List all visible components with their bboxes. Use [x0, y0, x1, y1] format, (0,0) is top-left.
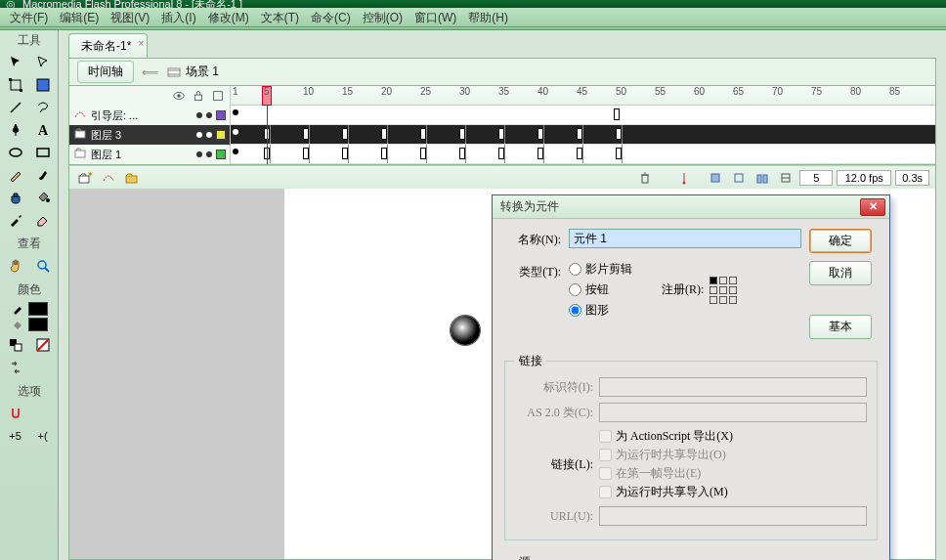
layer-row[interactable]: 图层 3: [69, 125, 230, 145]
scene-label[interactable]: 场景 1: [166, 64, 219, 80]
oval-tool[interactable]: [5, 143, 26, 162]
zoom-tool[interactable]: [32, 256, 54, 276]
as2-class-input: [599, 403, 867, 422]
basic-button[interactable]: 基本: [809, 315, 872, 339]
onion-skin-outlines-button[interactable]: [729, 169, 749, 187]
pencil-tool[interactable]: [5, 165, 26, 185]
center-frame-button[interactable]: [674, 169, 694, 187]
fill-color-swatch[interactable]: [28, 318, 48, 331]
snap-option[interactable]: [5, 404, 26, 423]
brush-tool[interactable]: [32, 165, 54, 185]
gradient-transform-tool[interactable]: [32, 75, 54, 95]
ok-button[interactable]: 确定: [809, 229, 872, 253]
cancel-button[interactable]: 取消: [809, 261, 872, 285]
stroke-color-swatch[interactable]: [28, 302, 48, 316]
selection-tool[interactable]: [5, 53, 26, 72]
type-radio[interactable]: 图形: [569, 302, 632, 319]
linkage-checkbox[interactable]: 为运行时共享导入(M): [599, 484, 867, 500]
ink-bottle-tool[interactable]: [5, 188, 26, 207]
hand-tool[interactable]: [5, 256, 26, 276]
layer-header: [69, 86, 230, 106]
registration-grid[interactable]: [710, 277, 737, 304]
menu-item[interactable]: 文本(T): [255, 8, 305, 27]
new-guide-layer-button[interactable]: [99, 169, 118, 187]
svg-rect-28: [642, 175, 648, 183]
svg-rect-0: [11, 80, 21, 90]
linkage-checkbox[interactable]: 为 ActionScript 导出(X): [599, 428, 867, 445]
visibility-dot[interactable]: [196, 132, 202, 138]
delete-layer-button[interactable]: [635, 169, 655, 187]
timeline-toggle-button[interactable]: 时间轴: [77, 61, 134, 83]
no-color-tool[interactable]: [32, 335, 54, 355]
onion-skin-button[interactable]: [706, 169, 725, 187]
frame-track[interactable]: [231, 125, 935, 145]
lock-icon[interactable]: [191, 88, 206, 104]
fill-color-icon: [11, 318, 24, 331]
lock-dot[interactable]: [206, 151, 212, 157]
modify-onion-markers-button[interactable]: [776, 169, 796, 187]
eraser-tool[interactable]: [32, 210, 54, 230]
menu-item[interactable]: 窗口(W): [408, 8, 462, 27]
visibility-dot[interactable]: [196, 112, 202, 118]
back-arrow-icon[interactable]: ⟸: [142, 65, 158, 79]
registration-label: 注册(R):: [662, 281, 704, 298]
symbol-instance[interactable]: [451, 316, 480, 345]
color-header: 颜色: [0, 280, 58, 300]
layer-row[interactable]: 引导层: ...: [69, 106, 230, 125]
document-tab[interactable]: 未命名-1* ×: [68, 33, 148, 58]
menu-item[interactable]: 视图(V): [105, 8, 155, 27]
menu-item[interactable]: 控制(O): [357, 8, 408, 27]
smooth-option[interactable]: [32, 404, 54, 423]
text-tool[interactable]: A: [32, 120, 54, 140]
source-fieldset: 源 浏览(B)... 文件:: [504, 554, 878, 560]
outline-color-swatch[interactable]: [216, 150, 226, 159]
swap-colors-tool[interactable]: [5, 358, 26, 377]
frame-track[interactable]: [231, 106, 935, 125]
identifier-label: 标识符(I):: [515, 379, 593, 396]
type-radio[interactable]: 按钮: [569, 281, 632, 298]
ruler-tick: 10: [303, 86, 314, 105]
pen-tool[interactable]: [5, 120, 26, 140]
eyedropper-tool[interactable]: [5, 210, 26, 230]
show-hide-icon[interactable]: [171, 88, 187, 104]
linkage-legend: 链接: [515, 353, 546, 369]
lock-dot[interactable]: [206, 112, 212, 118]
edit-multiple-frames-button[interactable]: [752, 169, 772, 187]
menu-item[interactable]: 修改(M): [202, 8, 255, 27]
outline-color-swatch[interactable]: [216, 130, 226, 140]
menu-item[interactable]: 帮助(H): [462, 8, 514, 27]
name-input[interactable]: [569, 229, 801, 248]
layer-row[interactable]: 图层 1: [69, 145, 230, 164]
linkage-checkbox[interactable]: 为运行时共享导出(O): [599, 447, 867, 463]
close-tab-icon[interactable]: ×: [139, 38, 145, 49]
free-transform-tool[interactable]: [5, 75, 26, 95]
black-white-tool[interactable]: [5, 335, 26, 355]
visibility-dot[interactable]: [196, 151, 202, 157]
menu-item[interactable]: 文件(F): [4, 8, 54, 27]
type-radio[interactable]: 影片剪辑: [569, 261, 632, 278]
straighten-option[interactable]: +5: [5, 426, 26, 446]
subselection-tool[interactable]: [32, 53, 54, 72]
rectangle-tool[interactable]: [32, 143, 54, 162]
layer-icon: [73, 127, 87, 144]
svg-rect-27: [126, 176, 137, 183]
menu-item[interactable]: 命令(C): [305, 8, 357, 27]
outline-icon[interactable]: [210, 88, 226, 104]
lock-dot[interactable]: [206, 132, 212, 138]
menu-item[interactable]: 插入(I): [155, 8, 201, 27]
new-folder-button[interactable]: [122, 169, 142, 187]
outline-color-swatch[interactable]: [216, 110, 226, 120]
linkage-checkbox[interactable]: 在第一帧导出(E): [599, 465, 867, 482]
ruler-tick: 40: [538, 86, 548, 105]
frame-track[interactable]: [231, 145, 935, 164]
elapsed-time-field: 0.3s: [895, 170, 929, 186]
timeline-footer: ✶ 5 12.0 fps 0.3s: [69, 165, 935, 189]
line-tool[interactable]: [5, 98, 26, 117]
menu-item[interactable]: 编辑(E): [54, 8, 105, 27]
paint-bucket-tool[interactable]: [32, 188, 54, 207]
lasso-tool[interactable]: [32, 98, 54, 117]
option-4[interactable]: +(: [32, 426, 54, 446]
new-layer-button[interactable]: ✶: [75, 169, 95, 187]
frame-ruler[interactable]: 1510152025303540455055606570758085: [231, 86, 935, 106]
dialog-close-button[interactable]: ✕: [860, 198, 885, 216]
